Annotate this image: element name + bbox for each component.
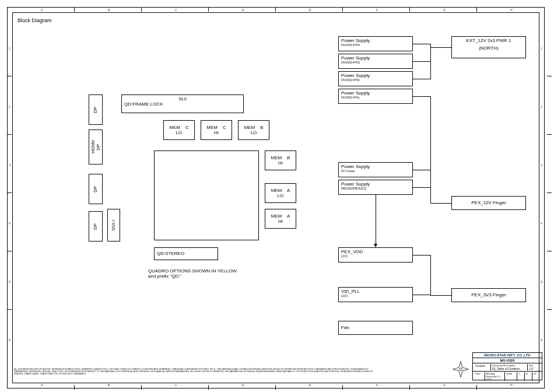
ruler-left-1: 1 <box>9 47 10 50</box>
ruler-left-5: 5 <box>9 280 10 284</box>
port-dvi-i: DVI-I <box>107 209 120 242</box>
tb-date-label: Date: <box>474 372 485 381</box>
ruler-top-f: F <box>376 8 378 12</box>
block-qd-stereo: QD:STEREO <box>154 247 218 260</box>
tb-of-label: of <box>525 372 532 381</box>
ruler-top-c: C <box>175 8 177 12</box>
ruler-bot-h: H <box>510 383 513 387</box>
tb-sheet-label: Sheet <box>505 372 517 381</box>
ruler-bot-a: A <box>41 383 43 387</box>
ruler-top-g: G <box>443 8 446 12</box>
mem-b-hi: MEM B HI <box>265 150 296 170</box>
block-ps-ph3: Power SupplyNVVDD-PH3 <box>338 54 413 69</box>
svg-marker-0 <box>453 362 469 377</box>
ruler-bot-g: G <box>443 383 446 387</box>
block-vid-pll: VID_PLLLDO <box>338 287 413 302</box>
legal-disclaimer: ALL NVIDIA DESIGN SPECIFICATIONS, REFERE… <box>14 369 379 376</box>
block-ps-ph1: Power SupplyNVVDD-PH1 <box>338 89 413 104</box>
ruler-left-3: 3 <box>9 163 10 167</box>
ruler-bot-b: B <box>108 383 110 387</box>
tb-of: 50 <box>532 372 541 381</box>
block-pex-vdd: PEX_VDDLDO <box>338 247 413 262</box>
block-ps-ph2: Power SupplyNVVDD-PH2 <box>338 71 413 86</box>
sli-label-top: SLI/ <box>124 96 241 102</box>
port-dp-top: DP <box>89 94 103 125</box>
arrow-down-icon <box>374 244 377 247</box>
page-title: Block Diagram <box>17 18 52 23</box>
ruler-right-4: 4 <box>541 222 542 225</box>
mem-a-hi: MEM A HI <box>265 209 296 229</box>
ruler-left-2: 2 <box>9 105 10 108</box>
tb-sheet: 1 <box>517 372 525 381</box>
block-sli-framelock: SLI/ QD:FRAME LOCK <box>121 94 244 113</box>
block-ps-fbvdd: Power SupplyFBVDD/FBVDDQ <box>338 180 413 195</box>
tb-size: Custom <box>474 364 491 370</box>
ruler-right-5: 5 <box>541 280 542 284</box>
tb-rev: 1.0 <box>529 367 539 370</box>
ruler-right-6: 6 <box>541 338 542 342</box>
ruler-bot-c: C <box>175 383 177 387</box>
ruler-right-1: 1 <box>541 47 542 50</box>
ruler-top-h: H <box>510 8 513 12</box>
title-block: MICRO-STAR INT'L CO.,LTD MS-V320 Custom … <box>472 352 542 380</box>
block-pex-12v-finger: PEX_12V Finger <box>451 196 526 210</box>
ruler-bot-e: E <box>309 383 311 387</box>
note-quadro-options: QUADRO OPTIONS SHOWN IN YELLOW and prefi… <box>148 268 237 279</box>
ruler-top-d: D <box>242 8 244 12</box>
ruler-bot-f: F <box>376 383 378 387</box>
tb-desc: 01_Table of Contents <box>492 367 526 370</box>
mem-c-lo: MEM C LO <box>163 120 195 140</box>
tb-date: Monday, November 17, 2014 <box>485 372 505 381</box>
port-dp-bot: DP <box>89 211 103 242</box>
block-ps-5v-linear: Power Supply5V Linear <box>338 162 413 177</box>
mem-a-lo: MEM A LO <box>265 183 296 203</box>
sli-label-bot: QD:FRAME LOCK <box>124 102 241 107</box>
ruler-left-6: 6 <box>9 338 10 342</box>
ruler-left-4: 4 <box>9 222 10 225</box>
port-hdmi-dp: HDMI/ DP <box>89 130 103 164</box>
ruler-right-2: 2 <box>541 105 542 108</box>
block-gpu-area <box>154 150 259 240</box>
ruler-top-a: A <box>41 8 43 12</box>
block-pex-3v3-finger: PEX_3V3 Finger <box>451 288 526 302</box>
block-ps-ph4: Power SupplyNVVDD-PH4 <box>338 36 413 51</box>
model-number: MS-V320 <box>473 358 542 363</box>
svg-point-1 <box>460 368 462 371</box>
port-dp-mid: DP <box>89 174 103 204</box>
ruler-right-3: 3 <box>541 163 542 167</box>
mem-c-hi: MEM C HI <box>201 120 232 140</box>
ruler-bot-d: D <box>242 383 244 387</box>
company-name: MICRO-STAR INT'L CO.,LTD <box>473 353 542 358</box>
ruler-top-e: E <box>309 8 311 12</box>
block-fan: Fan <box>338 321 413 335</box>
mem-b-lo: MEM B LO <box>238 120 269 140</box>
ruler-top-b: B <box>108 8 110 12</box>
compass-icon <box>452 360 469 378</box>
block-ext-12v: EXT_12V 2x3 PWR 1 (NORTH) <box>451 36 526 58</box>
